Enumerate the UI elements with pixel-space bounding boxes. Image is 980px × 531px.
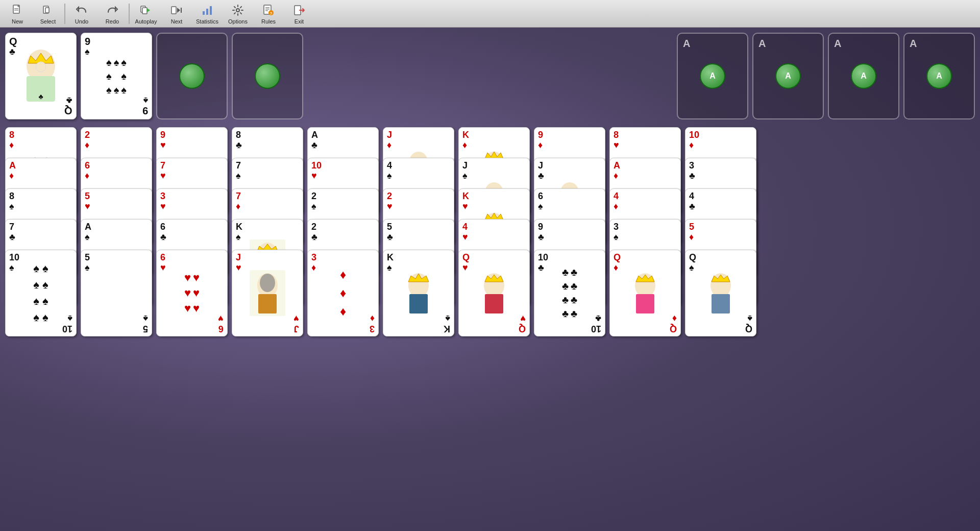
waste-rank-br: 9 ♠ [142,95,148,116]
foundation-1-marker: A [700,63,725,89]
card-c9-5[interactable]: Q♦ Q♦ [609,250,681,336]
waste-pips: ♠♠♠ ♠♠♠ ♠♠♠ [81,33,152,119]
rules-button[interactable]: ? Rules [253,1,284,27]
svg-rect-45 [485,294,503,313]
select-button[interactable]: Select [33,1,63,27]
svg-rect-2 [14,8,18,9]
svg-rect-3 [14,10,18,11]
sep1 [64,4,65,24]
svg-rect-13 [206,9,208,15]
svg-marker-10 [177,8,180,13]
column-3: 9♥ 9♥ 7♥ 7♥ 3♥ 3♥ 6♣ 6♣ 6♥ ♥♥♥♥♥♥ [156,127,228,336]
svg-rect-17 [265,7,270,8]
statistics-label: Statistics [196,18,218,25]
svg-rect-12 [203,11,205,15]
card-c6-5[interactable]: K♠ K♠ [383,250,454,336]
freecell-1[interactable] [156,33,228,119]
redo-icon [105,3,119,17]
statistics-button[interactable]: Statistics [192,1,223,27]
column-2: 2♦ 2♦ 6♦ 6♦ 5♥ 5♥ A♠ ♠ A♠ 5♠ 5♠ [81,127,152,336]
undo-icon [75,3,89,17]
game-area: Q ♣ ♣ Q ♣ [0,28,980,531]
next-label: Next [171,18,183,25]
card-c10-5[interactable]: Q♠ Q♠ [685,250,756,336]
svg-text:?: ? [270,11,273,16]
foundation-2-marker: A [775,63,801,89]
foundation-4-marker: A [926,63,952,89]
exit-button[interactable]: Exit [284,1,314,27]
svg-rect-7 [142,8,147,14]
card-c8-5[interactable]: 10♣ ♣♣♣♣♣♣♣♣ 10♣ [534,250,605,336]
svg-rect-9 [172,7,176,14]
foundation-1[interactable]: A A [677,33,748,119]
waste-card[interactable]: 9 ♠ ♠♠♠ ♠♠♠ ♠♠♠ 9 ♠ [81,33,152,119]
columns: 8♦ ♦ ♦ ♦ ♦ 8♦ A♦ ♦ A♦ 8♠ 8♠ 7♣ 7♣ 10♠ [5,127,975,336]
svg-point-25 [36,62,46,72]
foundation-2[interactable]: A A [752,33,824,119]
column-9: 8♥ 8♥ A♦ ♦ A♦ 4♦ 4♦ 3♠ 3♠ Q♦ [609,127,681,336]
svg-text:♣: ♣ [38,92,43,101]
foundation-3[interactable]: A A [828,33,899,119]
svg-rect-51 [712,294,730,313]
new-button[interactable]: New [2,1,33,27]
card-c1-5[interactable]: 10♠ ♠♠♠♠♠♠♠♠ 10♠ [5,250,77,336]
column-4: 8♣ 8♣ 7♠ 7♠ 7♦ 7♦ K♠ [232,127,303,336]
foundation-2-label: A [758,38,766,50]
top-row: Q ♣ ♣ Q ♣ [5,33,975,122]
foundation-1-label: A [683,38,690,50]
redo-label: Redo [106,18,119,25]
autoplay-label: Autoplay [135,18,157,25]
stock-card[interactable]: Q ♣ ♣ Q ♣ [5,33,77,119]
svg-rect-19 [265,10,268,11]
undo-label: Undo [75,18,88,25]
next-button[interactable]: Next [161,1,192,27]
select-icon [41,3,55,17]
options-icon [231,3,245,17]
next-icon [169,3,184,17]
column-8: 9♦ 9♦ J♣ J♣ 6♠ 6♠ 9♣ 9♣ [534,127,605,336]
foundation-4[interactable]: A A [903,33,975,119]
foundation-4-label: A [910,38,917,50]
svg-rect-18 [265,9,270,10]
options-button[interactable]: Options [223,1,253,27]
autoplay-button[interactable]: Autoplay [131,1,161,27]
sep2 [129,4,130,24]
card-c2-5[interactable]: 5♠ 5♠ [81,250,152,336]
svg-point-15 [236,9,239,12]
new-label: New [12,18,23,25]
svg-marker-8 [147,8,150,12]
freecell-1-marker [179,63,205,89]
card-c4-5[interactable]: J♥ J♥ [232,250,303,336]
svg-point-33 [260,274,275,292]
column-10: 10♦ 10♦ 3♣ 3♣ 4♣ 4♣ 5♦ 5♦ Q♠ [685,127,756,336]
new-icon [10,3,24,17]
foundation-3-label: A [834,38,841,50]
toolbar: New Select Undo Redo Autoplay Next [0,0,980,28]
redo-button[interactable]: Redo [97,1,128,27]
column-5: A♣ ♣ A♣ 10♥ 10♥ 2♠ 2♠ 2♣ 2♣ 3♦ ♦♦♦ [307,127,379,336]
card-c7-5[interactable]: Q♥ Q♥ [458,250,530,336]
svg-rect-14 [210,6,212,15]
column-7: K♦ K♦ J♠ J♠ [458,127,530,336]
select-label: Select [40,18,56,25]
stock-rank-br: Q ♣ [64,95,72,116]
freecell-2[interactable] [232,33,303,119]
foundation-3-marker: A [851,63,876,89]
autoplay-icon [139,3,153,17]
card-c5-5[interactable]: 3♦ ♦♦♦ 3♦ [307,250,379,336]
freecell-2-marker [255,63,280,89]
card-c3-5[interactable]: 6♥ ♥♥♥♥♥♥ 6♥ [156,250,228,336]
column-6: J♦ J♦ 4♠ 4♠ 2♥ 2♥ 5♣ 5♣ [383,127,454,336]
column-1: 8♦ ♦ ♦ ♦ ♦ 8♦ A♦ ♦ A♦ 8♠ 8♠ 7♣ 7♣ 10♠ [5,127,77,336]
svg-rect-32 [258,294,277,313]
options-label: Options [228,18,248,25]
exit-icon [292,3,306,17]
exit-label: Exit [295,18,304,25]
svg-rect-11 [181,8,182,13]
rules-icon: ? [261,3,276,17]
svg-rect-37 [409,294,428,313]
undo-button[interactable]: Undo [66,1,97,27]
svg-rect-5 [45,8,49,13]
statistics-icon [200,3,214,17]
svg-rect-49 [636,294,654,313]
